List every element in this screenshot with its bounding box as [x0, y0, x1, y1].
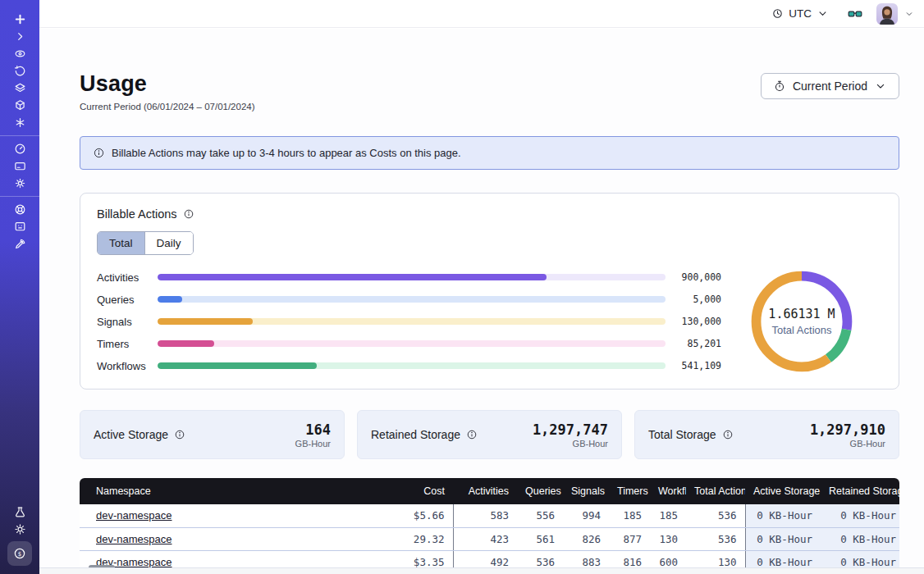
feedback-icon[interactable] — [0, 218, 39, 235]
col-total-actions: Total Actions — [686, 478, 745, 504]
chevron-down-icon[interactable] — [904, 9, 914, 19]
active-storage-value: 164 — [295, 421, 331, 438]
table-row: dev-namespace $5.66 583 556 994 185 185 … — [80, 504, 899, 527]
user-avatar[interactable] — [876, 3, 898, 25]
info-icon[interactable] — [722, 429, 734, 440]
info-icon — [93, 147, 105, 159]
col-activities: Activities — [453, 478, 517, 504]
col-queries: Queries — [517, 478, 563, 504]
banner-text: Billable Actions may take up to 3-4 hour… — [112, 147, 461, 159]
total-storage-card: Total Storage 1,297,910 GB-Hour — [634, 410, 899, 459]
sidebar-divider — [0, 135, 39, 136]
main-content: Usage Current Period (06/01/2024 – 07/01… — [39, 29, 924, 574]
col-active-storage: Active Storage — [745, 478, 821, 504]
bar-track — [158, 318, 666, 325]
sidebar: $ — [0, 0, 39, 574]
col-timers: Timers — [609, 478, 650, 504]
layers-icon[interactable] — [0, 80, 39, 97]
bar-track — [158, 274, 666, 280]
billing-dollar-icon[interactable]: $ — [7, 541, 32, 566]
bar-track — [158, 340, 666, 347]
sidebar-divider — [0, 196, 39, 197]
temporal-logo-icon[interactable] — [0, 11, 39, 28]
info-icon[interactable] — [174, 429, 185, 440]
theme-sun-icon[interactable] — [0, 521, 39, 538]
bar-fill — [158, 274, 547, 280]
topbar: UTC — [39, 0, 924, 28]
bar-row-workflows: Workflows 541,109 — [97, 358, 721, 374]
total-storage-value: 1,297,910 — [810, 421, 885, 438]
info-icon[interactable] — [183, 208, 194, 220]
bar-fill — [158, 362, 317, 369]
total-actions-value: 1.66131 M — [768, 307, 835, 321]
namespaces-eye-icon[interactable] — [0, 45, 39, 62]
bar-row-timers: Timers 85,201 — [97, 336, 721, 352]
bar-fill — [158, 318, 253, 325]
bar-row-signals: Signals 130,000 — [97, 314, 721, 330]
retained-storage-card: Retained Storage 1,297,747 GB-Hour — [357, 410, 622, 459]
current-period-subtitle: Current Period (06/01/2024 – 07/01/2024) — [80, 102, 255, 112]
settings-gear-icon[interactable] — [0, 175, 39, 192]
cube-icon[interactable] — [0, 97, 39, 114]
page-title: Usage — [80, 71, 255, 97]
storage-summary-row: Active Storage 164 GB-Hour Retained Stor… — [80, 410, 899, 459]
timezone-label: UTC — [789, 7, 812, 20]
bar-track — [158, 362, 666, 369]
total-actions-label: Total Actions — [772, 324, 832, 336]
namespace-link[interactable]: dev-namespace — [96, 509, 172, 522]
svg-text:$: $ — [18, 550, 21, 558]
billable-actions-card: Billable Actions Total Daily Activities … — [80, 193, 899, 390]
billable-actions-title: Billable Actions — [97, 207, 882, 221]
info-banner: Billable Actions may take up to 3-4 hour… — [80, 136, 899, 170]
collapse-sidebar-chevron-icon[interactable] — [0, 28, 39, 45]
col-workflows: Workflows — [650, 478, 686, 504]
col-retained-storage: Retained Storage — [821, 478, 899, 504]
bar-track — [158, 296, 666, 303]
asterisk-icon[interactable] — [0, 114, 39, 131]
timezone-selector[interactable]: UTC — [766, 4, 834, 23]
total-actions-donut: 1.66131 M Total Actions — [721, 269, 882, 374]
namespace-link[interactable]: dev-namespace — [96, 533, 172, 545]
total-daily-tabs: Total Daily — [97, 231, 194, 255]
table-header-row: Namespace Cost Activities Queries Signal… — [80, 478, 899, 504]
usage-gauge-icon[interactable] — [0, 140, 39, 157]
scroll-gutter — [39, 567, 924, 574]
billable-actions-chart: Activities 900,000 Queries 5,000 Signals… — [97, 269, 882, 374]
bar-row-activities: Activities 900,000 — [97, 270, 721, 285]
support-lifebuoy-icon[interactable] — [0, 201, 39, 218]
rocket-icon[interactable] — [0, 235, 39, 253]
clock-icon — [771, 7, 784, 20]
bar-row-queries: Queries 5,000 — [97, 292, 721, 308]
glasses-icon[interactable] — [845, 6, 865, 22]
col-namespace: Namespace — [80, 478, 373, 504]
col-signals: Signals — [563, 478, 609, 504]
lab-flask-icon[interactable] — [0, 503, 39, 521]
tab-daily[interactable]: Daily — [144, 232, 193, 254]
chevron-down-icon — [817, 7, 829, 20]
chevron-down-icon — [874, 80, 887, 93]
period-selector-button[interactable]: Current Period — [761, 73, 899, 99]
retained-storage-value: 1,297,747 — [533, 421, 608, 438]
bar-fill — [158, 340, 214, 347]
info-icon[interactable] — [466, 429, 478, 440]
history-icon[interactable] — [0, 62, 39, 80]
tab-total[interactable]: Total — [98, 232, 144, 254]
namespace-usage-table: Namespace Cost Activities Queries Signal… — [80, 478, 899, 574]
col-cost: Cost — [373, 478, 453, 504]
stopwatch-icon — [773, 80, 786, 93]
billing-card-icon[interactable] — [0, 157, 39, 175]
active-storage-card: Active Storage 164 GB-Hour — [80, 410, 345, 459]
table-row: dev-namespace 29.32 423 561 826 877 130 … — [80, 527, 899, 550]
bar-fill — [158, 296, 182, 303]
